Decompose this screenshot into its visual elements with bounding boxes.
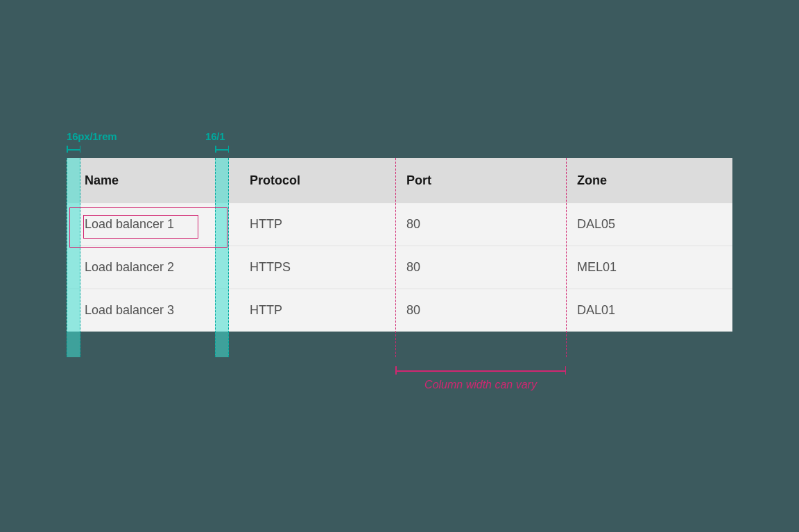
cell-protocol: HTTPS	[229, 246, 395, 289]
col-header-name: Name	[67, 158, 229, 203]
cell-protocol: HTTP	[229, 203, 395, 246]
col-header-port: Port	[395, 158, 566, 203]
cell-protocol: HTTP	[229, 289, 395, 332]
table-row: Load balancer 2 HTTPS 80 MEL01	[67, 246, 732, 289]
padding-label-right: 16/1	[205, 130, 225, 142]
cell-name: Load balancer 2	[67, 246, 229, 289]
col-header-zone: Zone	[566, 158, 732, 203]
padding-mark-right	[215, 146, 229, 153]
col-header-protocol: Protocol	[229, 158, 395, 203]
cell-port: 80	[395, 246, 566, 289]
column-width-label: Column width can vary	[395, 379, 566, 391]
cell-port: 80	[395, 289, 566, 332]
column-width-mark	[395, 366, 566, 375]
table-header-row: Name Protocol Port Zone	[67, 158, 732, 203]
cell-name: Load balancer 1	[67, 203, 229, 246]
cell-port: 80	[395, 203, 566, 246]
cell-name: Load balancer 3	[67, 289, 229, 332]
table-row: Load balancer 3 HTTP 80 DAL01	[67, 289, 732, 332]
padding-label-left: 16px/1rem	[67, 130, 117, 142]
cell-zone: MEL01	[566, 246, 732, 289]
table-row: Load balancer 1 HTTP 80 DAL05	[67, 203, 732, 246]
padding-mark-left	[67, 146, 80, 153]
cell-zone: DAL01	[566, 289, 732, 332]
cell-zone: DAL05	[566, 203, 732, 246]
data-table: Name Protocol Port Zone Load balancer 1 …	[67, 158, 732, 332]
spec-canvas: 16px/1rem 16/1 Name Protocol Port Zone L…	[67, 158, 732, 332]
